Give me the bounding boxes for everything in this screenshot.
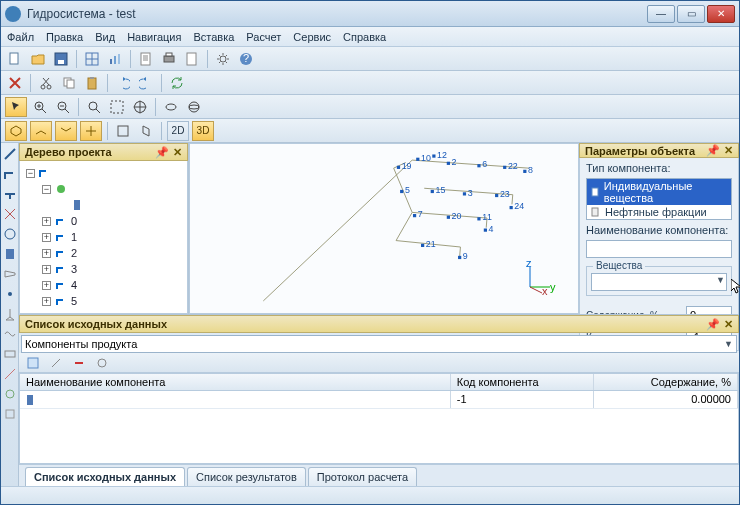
tool-reducer-icon[interactable] (3, 267, 17, 281)
column-content[interactable]: Содержание, % (594, 374, 738, 390)
svg-text:y: y (550, 281, 556, 293)
tab-input-data[interactable]: Список исходных данных (25, 467, 185, 486)
refresh-icon[interactable] (167, 73, 187, 93)
props-pin-icon[interactable]: 📌 (706, 144, 720, 157)
view-iso3[interactable] (55, 121, 77, 141)
view-iso2[interactable] (30, 121, 52, 141)
menu-edit[interactable]: Правка (46, 31, 83, 43)
data-grid[interactable]: Наименование компонента Код компонента С… (19, 373, 739, 464)
tool-inst-icon[interactable] (3, 387, 17, 401)
tool-elbow-icon[interactable] (3, 167, 17, 181)
cell-code[interactable]: -1 (451, 391, 595, 408)
minimize-button[interactable]: — (647, 5, 675, 23)
tab-results[interactable]: Список результатов (187, 467, 306, 486)
orbit-icon[interactable] (184, 97, 204, 117)
maximize-button[interactable]: ▭ (677, 5, 705, 23)
menu-nav[interactable]: Навигация (127, 31, 181, 43)
add-row-icon[interactable] (23, 353, 43, 373)
type-option-oil[interactable]: Нефтяные фракции (587, 205, 731, 219)
cell-content[interactable]: 0.00000 (594, 391, 738, 408)
tree-node-0[interactable]: +0 (42, 213, 181, 229)
doc2-icon[interactable] (182, 49, 202, 69)
view-side[interactable] (136, 121, 156, 141)
close-button[interactable]: ✕ (707, 5, 735, 23)
tree-node-6[interactable]: +6 (42, 309, 181, 314)
save-icon[interactable] (51, 49, 71, 69)
tool-valve-icon[interactable] (3, 207, 17, 221)
view-iso1[interactable] (5, 121, 27, 141)
chevron-down-icon[interactable]: ▼ (716, 275, 725, 285)
substances-select[interactable] (591, 273, 727, 291)
paste-icon[interactable] (82, 73, 102, 93)
3d-viewport[interactable]: 1210192622851532324720114219 z y x (189, 143, 579, 314)
tree-pin-icon[interactable]: 📌 (155, 146, 169, 159)
tree-node-1[interactable]: +1 (42, 229, 181, 245)
tool-tank-icon[interactable] (3, 247, 17, 261)
zoom-out-icon[interactable] (53, 97, 73, 117)
project-tree[interactable]: − − +0+1+2+3+ (19, 161, 188, 314)
component-type-list[interactable]: Индивидуальные вещества Нефтяные фракции (586, 178, 732, 220)
svg-rect-31 (5, 351, 15, 357)
menu-view[interactable]: Вид (95, 31, 115, 43)
tree-node-2[interactable]: +2 (42, 245, 181, 261)
view-front[interactable] (113, 121, 133, 141)
menu-help[interactable]: Справка (343, 31, 386, 43)
menu-file[interactable]: Файл (7, 31, 34, 43)
insert-row-icon[interactable] (46, 353, 66, 373)
doc-icon[interactable] (136, 49, 156, 69)
copy-icon[interactable] (59, 73, 79, 93)
type-option-individual[interactable]: Индивидуальные вещества (587, 179, 731, 205)
tab-protocol[interactable]: Протокол расчета (308, 467, 417, 486)
props-close-icon[interactable]: ✕ (724, 144, 733, 157)
print-icon[interactable] (159, 49, 179, 69)
column-name[interactable]: Наименование компонента (20, 374, 451, 390)
tool-node-icon[interactable] (3, 287, 17, 301)
tool-pipe-icon[interactable] (3, 147, 17, 161)
tree-node-5[interactable]: +5 (42, 293, 181, 309)
tree-product-node[interactable] (58, 197, 181, 213)
gear-icon[interactable] (213, 49, 233, 69)
view-iso4[interactable] (80, 121, 102, 141)
zoom-in-icon[interactable] (30, 97, 50, 117)
tree-close-icon[interactable]: ✕ (173, 146, 182, 159)
zoom-fit-icon[interactable] (84, 97, 104, 117)
menu-insert[interactable]: Вставка (193, 31, 234, 43)
tool-comp-icon[interactable] (3, 347, 17, 361)
help-icon[interactable]: ? (236, 49, 256, 69)
cell-name[interactable] (20, 391, 451, 408)
table-row[interactable]: -1 0.00000 (20, 391, 738, 409)
tool-tee-icon[interactable] (3, 187, 17, 201)
tool-misc-icon[interactable] (3, 407, 17, 421)
view-2d[interactable]: 2D (167, 121, 189, 141)
tree-node-3[interactable]: +3 (42, 261, 181, 277)
view-3d[interactable]: 3D (192, 121, 214, 141)
redo-icon[interactable] (136, 73, 156, 93)
bottom-pin-icon[interactable]: 📌 (706, 318, 720, 331)
bottom-close-icon[interactable]: ✕ (724, 318, 733, 331)
chart-icon[interactable] (105, 49, 125, 69)
component-name-input[interactable] (586, 240, 732, 258)
tool-support-icon[interactable] (3, 307, 17, 321)
svg-text:x: x (542, 285, 548, 295)
clear-icon[interactable] (92, 353, 112, 373)
select-tool[interactable] (5, 97, 27, 117)
open-file-icon[interactable] (28, 49, 48, 69)
menu-calc[interactable]: Расчет (246, 31, 281, 43)
remove-row-icon[interactable] (69, 353, 89, 373)
tool-flex-icon[interactable] (3, 327, 17, 341)
delete-x-icon[interactable] (5, 73, 25, 93)
svg-text:?: ? (243, 52, 249, 64)
zoom-window-icon[interactable] (107, 97, 127, 117)
grid-icon[interactable] (82, 49, 102, 69)
new-file-icon[interactable] (5, 49, 25, 69)
cut-icon[interactable] (36, 73, 56, 93)
tree-node-4[interactable]: +4 (42, 277, 181, 293)
tool-heat-icon[interactable] (3, 367, 17, 381)
rotate-icon[interactable] (161, 97, 181, 117)
undo-icon[interactable] (113, 73, 133, 93)
menu-service[interactable]: Сервис (293, 31, 331, 43)
column-code[interactable]: Код компонента (451, 374, 595, 390)
pan-icon[interactable] (130, 97, 150, 117)
tool-pump-icon[interactable] (3, 227, 17, 241)
data-type-combo[interactable]: Компоненты продукта▼ (21, 335, 737, 353)
